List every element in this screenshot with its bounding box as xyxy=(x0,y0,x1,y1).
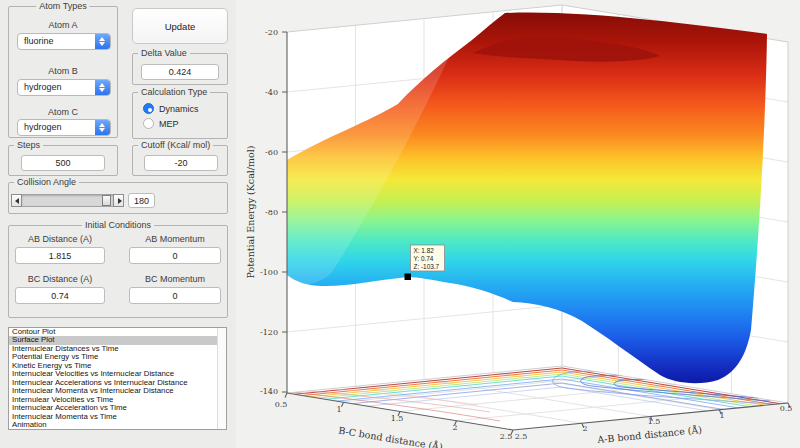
up-down-chevrons-icon[interactable] xyxy=(95,34,110,49)
steps-title: Steps xyxy=(14,140,43,151)
initial-conditions-title: Initial Conditions xyxy=(82,220,154,231)
listbox-scrollbar[interactable] xyxy=(217,328,226,429)
right-arrow-icon[interactable] xyxy=(113,194,124,207)
initial-conditions-group: Initial Conditions AB Distance (A) AB Mo… xyxy=(8,225,228,318)
slider-track[interactable] xyxy=(22,194,113,207)
atom-c-select[interactable]: hydrogen xyxy=(17,119,111,136)
mep-radio-label: MEP xyxy=(159,119,179,129)
bc-momentum-label: BC Momentum xyxy=(129,274,221,284)
svg-text:-60: -60 xyxy=(265,148,278,157)
ab-momentum-field[interactable]: 0 xyxy=(129,247,221,264)
atom-a-select[interactable]: fluorine xyxy=(17,33,111,50)
delta-value-title: Delta Value xyxy=(138,48,190,59)
atom-b-label: Atom B xyxy=(9,66,117,76)
svg-text:-140: -140 xyxy=(260,387,278,396)
steps-field[interactable]: 500 xyxy=(21,155,105,171)
svg-text:-80: -80 xyxy=(265,208,278,217)
svg-text:X: 1.82: X: 1.82 xyxy=(414,247,435,254)
svg-text:-100: -100 xyxy=(260,268,278,277)
svg-text:Z: -103.7: Z: -103.7 xyxy=(414,263,440,270)
cutoff-group: Cutoff (Kcal/ mol) -20 xyxy=(132,145,228,176)
svg-text:2.5: 2.5 xyxy=(515,432,528,441)
svg-text:-120: -120 xyxy=(260,328,278,337)
ab-momentum-label: AB Momentum xyxy=(129,234,221,244)
svg-text:0.5: 0.5 xyxy=(275,400,288,409)
mep-radio[interactable]: MEP xyxy=(143,118,179,129)
slider-thumb[interactable] xyxy=(102,195,111,206)
svg-text:0.5: 0.5 xyxy=(780,404,793,413)
delta-value-field[interactable]: 0.424 xyxy=(141,64,219,80)
bc-distance-label: BC Distance (A) xyxy=(15,274,105,284)
left-arrow-icon[interactable] xyxy=(11,194,22,207)
calculation-type-group: Calculation Type Dynamics MEP xyxy=(132,92,228,139)
dynamics-radio[interactable]: Dynamics xyxy=(143,103,199,114)
svg-text:-20: -20 xyxy=(265,28,278,37)
atom-b-select[interactable]: hydrogen xyxy=(17,79,111,96)
up-down-chevrons-icon[interactable] xyxy=(95,120,110,135)
svg-text:1.5: 1.5 xyxy=(648,417,661,426)
dynamics-radio-label: Dynamics xyxy=(159,104,199,114)
steps-group: Steps 500 xyxy=(8,145,118,176)
calculation-type-title: Calculation Type xyxy=(138,87,210,98)
svg-text:1: 1 xyxy=(336,405,341,414)
atom-types-title: Atom Types xyxy=(36,1,89,12)
bc-distance-field[interactable]: 0.74 xyxy=(15,287,105,304)
z-axis-label: Potential Energy (Kcal/mol) xyxy=(245,145,256,278)
svg-text:1.5: 1.5 xyxy=(391,414,404,423)
plot-type-listbox[interactable]: Contour Plot Surface Plot Internuclear D… xyxy=(8,327,227,430)
svg-text:-40: -40 xyxy=(265,88,278,97)
collision-angle-group: Collision Angle 180 xyxy=(8,182,228,214)
radio-circle-icon[interactable] xyxy=(143,118,154,129)
collision-angle-title: Collision Angle xyxy=(14,177,79,188)
update-button[interactable]: Update xyxy=(132,8,228,44)
svg-text:Y: 0.74: Y: 0.74 xyxy=(414,255,434,262)
atom-types-group: Atom Types Atom A fluorine Atom B hydrog… xyxy=(8,6,118,138)
atom-c-label: Atom C xyxy=(9,107,117,117)
delta-value-group: Delta Value 0.424 xyxy=(132,53,228,85)
ab-distance-field[interactable]: 1.815 xyxy=(15,247,105,264)
bc-momentum-field[interactable]: 0 xyxy=(129,287,221,304)
collision-angle-field[interactable]: 180 xyxy=(128,193,155,208)
cutoff-title: Cutoff (Kcal/ mol) xyxy=(138,140,213,151)
ab-distance-label: AB Distance (A) xyxy=(15,234,105,244)
svg-text:1: 1 xyxy=(719,411,724,420)
svg-text:2.5: 2.5 xyxy=(500,432,513,441)
svg-text:2: 2 xyxy=(452,423,457,432)
datatip-marker xyxy=(405,274,412,281)
atom-a-label: Atom A xyxy=(9,20,117,30)
radio-dot-icon[interactable] xyxy=(143,103,154,114)
up-down-chevrons-icon[interactable] xyxy=(95,80,110,95)
collision-angle-slider[interactable] xyxy=(11,194,124,207)
list-item[interactable]: Animation xyxy=(9,421,226,429)
cutoff-field[interactable]: -20 xyxy=(144,155,218,171)
svg-text:2: 2 xyxy=(582,424,587,433)
